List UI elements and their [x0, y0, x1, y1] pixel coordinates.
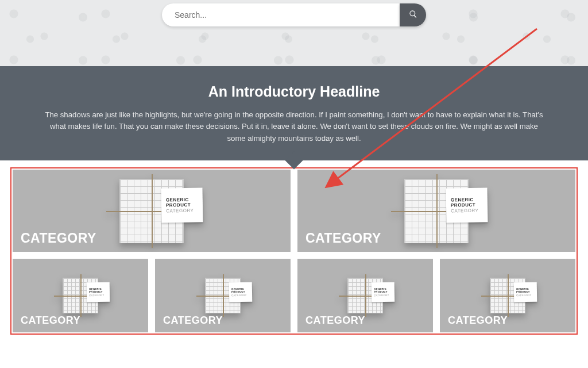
tag-line: CATEGORY [516, 294, 532, 297]
category-card[interactable]: GENERIC PRODUCT CATEGORY CATEGORY [297, 259, 433, 332]
tag-line: PRODUCT [166, 202, 191, 208]
category-card[interactable]: GENERIC PRODUCT CATEGORY CATEGORY [13, 259, 148, 332]
search-input[interactable] [162, 3, 400, 26]
category-label: CATEGORY [305, 315, 365, 327]
category-row-1: GENERIC PRODUCT CATEGORY CATEGORY GENERI… [13, 170, 575, 252]
product-box-image: GENERIC PRODUCT CATEGORY [483, 277, 532, 315]
category-label: CATEGORY [305, 231, 381, 246]
category-label: CATEGORY [163, 315, 223, 327]
category-grid: GENERIC PRODUCT CATEGORY CATEGORY GENERI… [10, 167, 578, 335]
category-card[interactable]: GENERIC PRODUCT CATEGORY CATEGORY [13, 170, 291, 252]
chevron-down-icon [285, 152, 303, 170]
search-button[interactable] [400, 3, 426, 26]
category-card[interactable]: GENERIC PRODUCT CATEGORY CATEGORY [297, 170, 575, 252]
search-icon [409, 10, 417, 20]
tag-line: CATEGORY [451, 208, 478, 213]
tag-line: GENERIC [166, 197, 189, 202]
product-box-image: GENERIC PRODUCT CATEGORY [341, 277, 389, 315]
header-pattern-area [0, 0, 588, 66]
tag-line: CATEGORY [374, 294, 389, 297]
category-card[interactable]: GENERIC PRODUCT CATEGORY CATEGORY [440, 259, 575, 332]
product-box-image: GENERIC PRODUCT CATEGORY [56, 277, 105, 315]
tag-line: CATEGORY [231, 294, 247, 297]
category-card[interactable]: GENERIC PRODUCT CATEGORY CATEGORY [155, 259, 291, 332]
category-label: CATEGORY [448, 315, 508, 327]
product-box-image: GENERIC PRODUCT CATEGORY [199, 277, 247, 315]
category-label: CATEGORY [21, 231, 96, 246]
tag-line: PRODUCT [451, 202, 475, 208]
product-box-image: GENERIC PRODUCT CATEGORY [109, 177, 195, 246]
intro-band: An Introductory Headline The shadows are… [0, 66, 588, 160]
category-row-2: GENERIC PRODUCT CATEGORY CATEGORY GENERI… [13, 259, 575, 332]
tag-line: CATEGORY [166, 208, 194, 213]
tag-line: GENERIC [451, 197, 474, 202]
intro-headline: An Introductory Headline [40, 83, 548, 100]
search-bar [162, 3, 426, 26]
product-box-image: GENERIC PRODUCT CATEGORY [393, 177, 479, 246]
intro-body: The shadows are just like the highlights… [41, 109, 547, 144]
tag-line: CATEGORY [89, 294, 105, 297]
category-label: CATEGORY [21, 315, 80, 327]
